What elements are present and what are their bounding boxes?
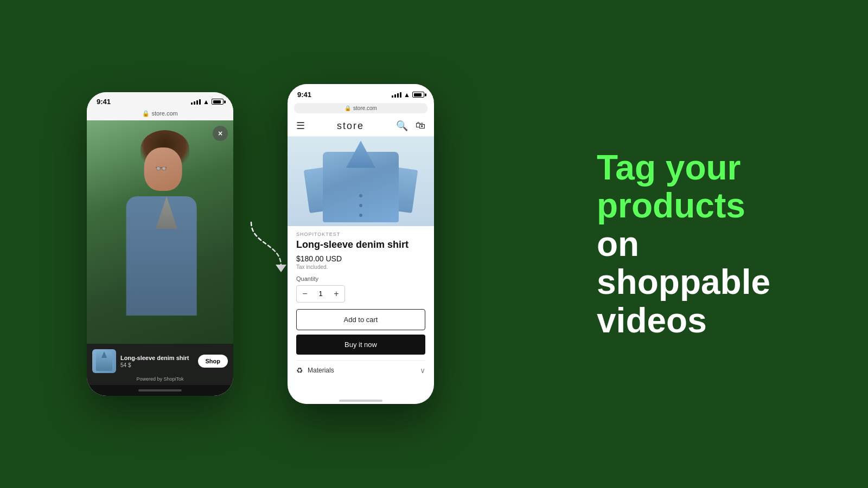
- right-url-bar: 🔒 store.com: [294, 103, 427, 113]
- svg-marker-0: [276, 265, 286, 272]
- right-home-indicator: [288, 396, 434, 404]
- product-info: Long-sleeve denim shirt 54 $: [120, 354, 194, 368]
- product-price: $180.00 USD: [296, 254, 425, 263]
- quantity-minus-button[interactable]: −: [297, 286, 313, 302]
- shirt-button-1: [359, 194, 362, 197]
- left-home-bar: [87, 385, 233, 396]
- right-signal-icon: [392, 92, 401, 98]
- menu-icon[interactable]: ☰: [296, 120, 305, 132]
- wifi-icon: ▲: [203, 98, 209, 106]
- tagline-line4: videos: [597, 301, 707, 340]
- denim-shirt-illustration: [323, 141, 399, 222]
- tagline-section: Tag your products on shoppable videos: [597, 149, 803, 339]
- cart-icon[interactable]: 🛍: [416, 120, 425, 132]
- phone-right: 9:41 ▲ 🔒 store.com ☰ store: [288, 84, 434, 404]
- product-title: Long-sleeve denim shirt: [296, 239, 425, 251]
- product-thumbnail: [92, 349, 116, 373]
- product-price-small: 54 $: [120, 362, 194, 368]
- add-to-cart-button[interactable]: Add to cart: [296, 309, 425, 330]
- store-title: store: [337, 120, 364, 132]
- right-wifi-icon: ▲: [404, 91, 410, 99]
- chevron-down-icon[interactable]: ∨: [420, 366, 425, 375]
- quantity-plus-button[interactable]: +: [328, 286, 344, 302]
- scene: 9:41 ▲ 🔒 store.com: [0, 0, 868, 488]
- shirt-buttons: [359, 194, 362, 217]
- left-status-icons: ▲: [191, 98, 224, 106]
- home-indicator-line: [339, 400, 382, 402]
- shop-button[interactable]: Shop: [198, 355, 228, 368]
- store-brand: SHOPITOKTEST: [296, 232, 425, 237]
- right-status-bar: 9:41 ▲: [288, 84, 434, 101]
- signal-icon: [191, 99, 201, 105]
- shirt-button-2: [359, 204, 362, 207]
- arrow-container: [243, 211, 292, 277]
- right-battery-icon: [412, 92, 424, 98]
- product-name-small: Long-sleeve denim shirt: [120, 354, 194, 362]
- quantity-value: 1: [313, 290, 328, 298]
- quantity-control: − 1 +: [296, 285, 345, 303]
- right-status-icons: ▲: [392, 91, 424, 99]
- left-status-bar: 9:41 ▲: [87, 92, 233, 108]
- powered-by-label: Powered by ShopiTok: [92, 376, 228, 382]
- tagline-line1: Tag your: [597, 148, 741, 187]
- product-image-area: [288, 137, 434, 226]
- tagline-text: Tag your products on shoppable videos: [597, 149, 803, 339]
- tax-note: Tax included.: [296, 264, 425, 270]
- right-lock-icon: 🔒: [344, 105, 351, 111]
- left-time: 9:41: [97, 98, 111, 106]
- store-nav-icons: 🔍 🛍: [396, 120, 425, 132]
- battery-icon: [212, 99, 224, 105]
- buy-now-button[interactable]: Buy it now: [296, 335, 425, 355]
- search-icon[interactable]: 🔍: [396, 120, 408, 132]
- left-url-bar: 🔒 store.com: [87, 108, 233, 120]
- home-bar-line: [138, 389, 182, 391]
- product-row: Long-sleeve denim shirt 54 $ Shop: [92, 349, 228, 373]
- right-time: 9:41: [297, 91, 311, 99]
- materials-row: ♻ Materials ∨: [296, 360, 425, 380]
- left-lock-icon: 🔒: [142, 110, 151, 117]
- tagline-line2: products: [597, 186, 745, 225]
- phone-left: 9:41 ▲ 🔒 store.com: [87, 92, 233, 396]
- shirt-button-3: [359, 214, 362, 217]
- store-product-content: SHOPITOKTEST Long-sleeve denim shirt $18…: [288, 226, 434, 396]
- shirt-mini-icon: [96, 351, 112, 371]
- materials-label-group: ♻ Materials: [296, 366, 334, 375]
- tiktok-video-area: 👓 × Long-sleeve denim shirt 54: [87, 120, 233, 385]
- product-overlay-bar: Long-sleeve denim shirt 54 $ Shop Powere…: [87, 344, 233, 385]
- transition-arrow: [243, 211, 292, 277]
- glasses-icon: 👓: [155, 163, 167, 175]
- store-nav: ☰ store 🔍 🛍: [288, 115, 434, 137]
- tagline-line3: on shoppable: [597, 224, 770, 301]
- materials-text: Materials: [308, 367, 334, 374]
- quantity-label: Quantity: [296, 275, 425, 282]
- close-button[interactable]: ×: [213, 126, 228, 141]
- materials-icon: ♻: [296, 366, 303, 375]
- video-background: 👓 × Long-sleeve denim shirt 54: [87, 120, 233, 385]
